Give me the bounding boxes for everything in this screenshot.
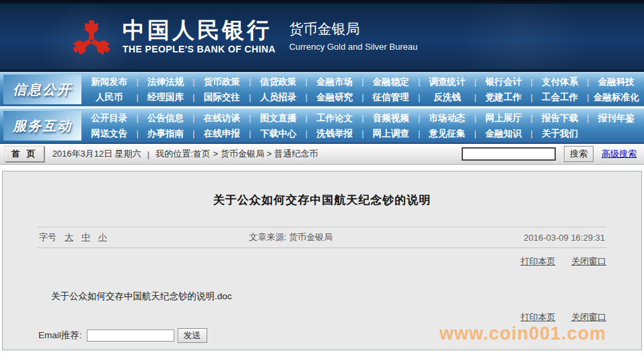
bureau-name-cn: 货币金银局 <box>289 19 418 38</box>
nav-columns: 新闻发布| 法律法规| 货币政策| 信贷政策| 金融市场| 金融稳定| 调查统计… <box>81 73 644 106</box>
article-panel: 关于公众如何交存中国航天纪念钞的说明 字号 大 中 小 文章来源: 货币金银局 … <box>2 171 642 350</box>
nav-item-periodicals[interactable]: 报刊年鉴 <box>591 112 641 124</box>
nav-separator: | <box>303 77 310 87</box>
nav-separator: | <box>529 93 535 102</box>
nav-item-treasury[interactable]: 经理国库 <box>141 91 191 104</box>
nav-separator: | <box>303 93 310 102</box>
nav-item-live-broadcast[interactable]: 图文直播 <box>253 112 303 124</box>
nav-separator: | <box>247 93 253 102</box>
nav-line-1: 公开目录| 公告信息| 在线访谈| 图文直播| 工作论文| 音频视频| 市场动态… <box>84 110 641 126</box>
nav-item-recruitment[interactable]: 人员招录 <box>253 91 303 104</box>
nav-separator: | <box>190 93 196 102</box>
nav-separator: | <box>360 77 366 87</box>
nav-item-laws[interactable]: 法律法规 <box>141 76 191 88</box>
font-size-large-link[interactable]: 大 <box>65 231 73 243</box>
nav-item-news[interactable]: 新闻发布 <box>84 76 135 88</box>
print-page-link[interactable]: 打印本页 <box>520 312 555 322</box>
nav-item-online-interview[interactable]: 在线访谈 <box>196 112 247 124</box>
nav-separator: | <box>135 77 141 87</box>
nav-item-anti-money-laundering[interactable]: 反洗钱 <box>422 91 472 104</box>
nav-item-announcements[interactable]: 公告信息 <box>141 112 191 124</box>
article-source: 文章来源: 货币金银局 <box>249 231 524 243</box>
nav-item-party-building[interactable]: 党建工作 <box>478 91 529 104</box>
nav-row-info-disclosure: 信息公开 新闻发布| 法律法规| 货币政策| 信贷政策| 金融市场| 金融稳定|… <box>0 72 644 106</box>
nav-item-opinion-collection[interactable]: 意见征集 <box>422 128 472 140</box>
date-text: 2016年3月12日 星期六 <box>52 148 141 160</box>
nav-item-credit-info[interactable]: 征信管理 <box>366 91 417 104</box>
nav-separator: | <box>416 114 422 123</box>
print-close-row: 打印本页 关闭窗口 <box>38 255 606 268</box>
article-title: 关于公众如何交存中国航天纪念钞的说明 <box>3 171 641 208</box>
search-group: 搜索 高级搜索 <box>462 146 639 162</box>
font-size-controls: 字号 大 中 小 <box>39 231 249 243</box>
nav-item-financial-knowledge[interactable]: 金融知识 <box>478 128 529 140</box>
close-window-link[interactable]: 关闭窗口 <box>571 312 606 322</box>
nav-line-1: 新闻发布| 法律法规| 货币政策| 信贷政策| 金融市场| 金融稳定| 调查统计… <box>84 74 641 89</box>
nav-separator: | <box>472 114 478 123</box>
nav-item-financial-research[interactable]: 金融研究 <box>310 91 360 104</box>
print-page-link[interactable]: 打印本页 <box>520 256 555 266</box>
nav-separator: | <box>247 77 253 87</box>
pboc-logo-icon <box>71 17 112 57</box>
nav-item-monetary-policy[interactable]: 货币政策 <box>196 76 247 88</box>
close-window-link[interactable]: 关闭窗口 <box>571 256 606 266</box>
send-button[interactable]: 发送 <box>178 328 207 343</box>
page: 中国人民银行 THE PEOPLE'S BANK OF CHINA 货币金银局 … <box>0 0 644 355</box>
nav-separator: | <box>416 129 422 139</box>
advanced-search-link[interactable]: 高级搜索 <box>602 148 637 160</box>
nav-item-report-download[interactable]: 报告下载 <box>535 112 585 124</box>
nav-separator: | <box>472 129 478 139</box>
font-size-medium-link[interactable]: 中 <box>81 231 90 243</box>
nav-item-international[interactable]: 国际交往 <box>196 91 247 104</box>
attachment-link[interactable]: 关于公众如何交存中国航天纪念钞的说明.doc <box>51 290 641 303</box>
nav-item-online-gallery[interactable]: 网上展厅 <box>478 112 529 124</box>
article-timestamp: 2016-03-09 16:29:31 <box>524 233 605 243</box>
nav-item-aml-report[interactable]: 洗钱举报 <box>310 128 360 140</box>
nav-separator: | <box>303 129 310 139</box>
nav-line-2: 网送文告| 办事指南| 在线申报| 下载中心| 洗钱举报| 网上调查| 意见征集… <box>84 126 641 141</box>
nav-item-survey-statistics[interactable]: 调查统计 <box>422 76 472 88</box>
nav-separator: | <box>190 129 196 139</box>
article-meta-row: 字号 大 中 小 文章来源: 货币金银局 2016-03-09 16:29:31 <box>38 227 606 248</box>
site-header: 中国人民银行 THE PEOPLE'S BANK OF CHINA 货币金银局 … <box>0 4 644 69</box>
home-button[interactable]: 首 页 <box>5 146 44 162</box>
nav-separator: | <box>135 93 141 102</box>
search-input[interactable] <box>462 147 556 161</box>
nav-item-payment-system[interactable]: 支付体系 <box>535 76 585 88</box>
bureau-name-block: 货币金银局 Currency Gold and Silver Bureau <box>289 19 418 54</box>
nav-item-download-center[interactable]: 下载中心 <box>253 128 303 140</box>
bank-name-block: 中国人民银行 THE PEOPLE'S BANK OF CHINA <box>122 19 276 54</box>
email-input[interactable] <box>87 329 174 342</box>
breadcrumb-pipe: | <box>147 149 149 159</box>
bottom-right-block: 打印本页 关闭窗口 www.coin001.com <box>439 311 606 344</box>
nav-item-financial-standards[interactable]: 金融标准化 <box>591 91 641 104</box>
nav-item-labor-union[interactable]: 工会工作 <box>535 91 585 104</box>
nav-label-info-disclosure: 信息公开 <box>3 75 81 104</box>
nav-item-service-guide[interactable]: 办事指南 <box>141 128 191 140</box>
nav-item-financial-market[interactable]: 金融市场 <box>310 76 360 88</box>
nav-item-financial-stability[interactable]: 金融稳定 <box>366 76 417 88</box>
nav-separator: | <box>529 77 535 87</box>
nav-item-market-trends[interactable]: 市场动态 <box>422 112 472 124</box>
font-size-small-link[interactable]: 小 <box>98 231 107 243</box>
nav-item-web-notices[interactable]: 网送文告 <box>84 128 135 140</box>
nav-item-audio-video[interactable]: 音频视频 <box>366 112 417 124</box>
nav-item-credit-policy[interactable]: 信贷政策 <box>253 76 303 88</box>
breadcrumb[interactable]: 我的位置:首页 > 货币金银局 > 普通纪念币 <box>155 148 318 160</box>
nav-separator: | <box>190 77 196 87</box>
nav-item-online-filing[interactable]: 在线申报 <box>196 128 247 140</box>
search-button[interactable]: 搜索 <box>564 146 594 162</box>
nav-item-fintech[interactable]: 金融科技 <box>591 76 641 88</box>
nav-item-online-survey[interactable]: 网上调查 <box>366 128 417 140</box>
nav-item-rmb[interactable]: 人民币 <box>84 91 135 104</box>
watermark-text: www.coin001.com <box>439 324 606 344</box>
nav-item-about-us[interactable]: 关于我们 <box>535 128 585 140</box>
bank-name-cn: 中国人民银行 <box>122 19 276 42</box>
nav-item-bank-accounting[interactable]: 银行会计 <box>478 76 529 88</box>
nav-separator: | <box>135 114 141 123</box>
nav-item-working-papers[interactable]: 工作论文 <box>310 112 360 124</box>
nav-separator: | <box>585 93 591 102</box>
nav-item-open-directory[interactable]: 公开目录 <box>84 112 135 124</box>
nav-row-service-interaction: 服务互动 公开目录| 公告信息| 在线访谈| 图文直播| 工作论文| 音频视频|… <box>0 108 644 143</box>
nav-separator: | <box>247 114 253 123</box>
